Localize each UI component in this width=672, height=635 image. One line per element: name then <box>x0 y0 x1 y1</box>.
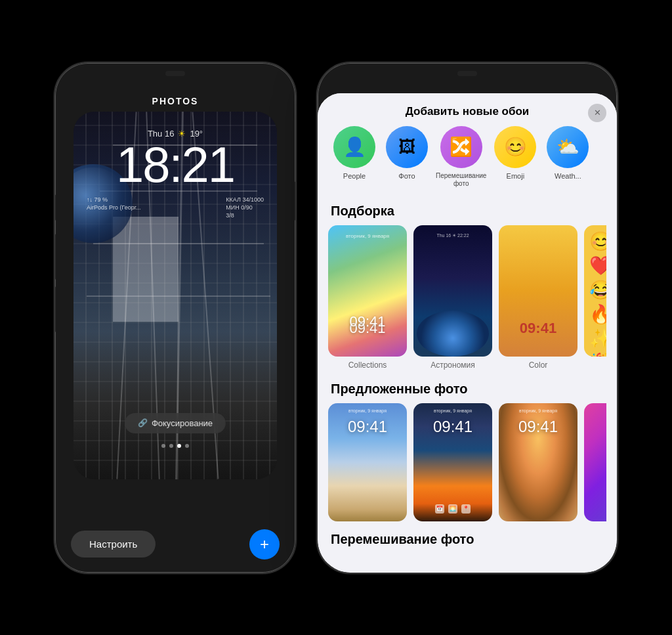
sug-card-4-wrapper[interactable] <box>584 403 606 521</box>
volume-up-button <box>54 234 56 280</box>
wallpaper-type-people[interactable]: 👤 People <box>331 126 378 188</box>
section-header-suggested: Предложенные фото <box>331 382 606 397</box>
phones-container: PHOTOS <box>0 0 672 635</box>
photo-icon-circle: 🖼 <box>386 126 428 168</box>
collections-time: 09:41 <box>349 320 385 337</box>
dot-4 <box>185 444 189 448</box>
widget-activity-right: ККАЛ 34/1000 МИН 0/90 3/8 <box>226 196 264 219</box>
photo-label: Фото <box>398 172 415 181</box>
card-emoji: 😊❤️😂🔥✨🎉😍🌟 <box>584 225 606 357</box>
sug-card-3-wrapper[interactable]: вторник, 9 января 09:41 <box>499 403 578 521</box>
shuffle-icon: 🔀 <box>450 136 472 158</box>
widget-count: 3/8 <box>226 212 264 219</box>
lockscreen-content: Thu 16 ☀ 19° 18:21 ↑↓ 79 % AirPods Pro (… <box>74 112 277 479</box>
card-collections-wrapper[interactable]: вторник, 9 января 09:41 Collections <box>328 225 407 371</box>
people-icon: 👤 <box>343 136 366 158</box>
widget-min: МИН 0/90 <box>226 204 264 211</box>
people-icon-circle: 👤 <box>333 126 375 168</box>
modal-header: Добавить новые обои ✕ <box>318 93 617 126</box>
wallpaper-type-shuffle[interactable]: 🔀 Перемешиваниефото <box>436 126 486 188</box>
sug2-icons: 📅 🌅 📍 <box>435 504 471 514</box>
mute-button <box>54 194 56 221</box>
sug-card-3: вторник, 9 января 09:41 <box>499 403 578 521</box>
sug-card-1: вторник, 9 января 09:41 <box>328 403 407 521</box>
sug-card-4 <box>584 403 606 521</box>
modal-sheet: Добавить новые обои ✕ 👤 People <box>318 93 617 573</box>
page-dots <box>161 444 189 448</box>
power-button <box>295 181 297 221</box>
shuffle-label: Перемешиваниефото <box>436 172 486 188</box>
photo-icon: 🖼 <box>398 137 415 157</box>
weather-label: Weath... <box>555 172 581 181</box>
modal-body[interactable]: 👤 People 🖼 Фото 🔀 <box>318 126 617 573</box>
focus-label: Фокусирование <box>152 418 213 428</box>
astro-date: Thu 16 ☀ 22:22 <box>436 233 469 238</box>
customize-button[interactable]: Настроить <box>71 531 156 558</box>
widget-calories: ↑↓ 79 % <box>87 196 141 203</box>
weather-icon-circle: ⛅ <box>547 126 589 168</box>
phone-notch-left <box>165 71 185 76</box>
photos-title: PHOTOS <box>152 96 199 106</box>
wallpaper-type-photo[interactable]: 🖼 Фото <box>383 126 430 188</box>
emoji-icon-circle: 😊 <box>494 126 536 168</box>
sug2-time: 09:41 <box>433 418 472 436</box>
collections-date: вторник, 9 января <box>346 233 389 239</box>
wallpaper-type-emoji[interactable]: 😊 Emoji <box>492 126 539 188</box>
phone-notch-right <box>457 71 477 76</box>
widget-kcal: ККАЛ 34/1000 <box>226 196 264 203</box>
lockscreen-widgets: ↑↓ 79 % AirPods Pro (Георг... ККАЛ 34/10… <box>84 196 266 219</box>
sug3-time: 09:41 <box>518 418 558 436</box>
link-icon: 🔗 <box>138 418 148 427</box>
phone-right: Добавить новые обои ✕ 👤 People <box>316 62 618 574</box>
lockscreen-time: 18:21 <box>84 140 266 190</box>
lockscreen-bg: Thu 16 ☀ 19° 18:21 ↑↓ 79 % AirPods Pro (… <box>74 112 277 479</box>
suggested-cards-row: вторник, 9 января 09:41 вторник, 9 январ… <box>328 403 606 524</box>
card-color: 09:41 <box>499 225 578 357</box>
sug-card-2-wrapper[interactable]: вторник, 9 января 09:41 📅 🌅 📍 <box>413 403 492 521</box>
card-emoji-wrapper[interactable]: 😊❤️😂🔥✨🎉😍🌟 <box>584 225 606 371</box>
focus-button[interactable]: 🔗 Фокусирование <box>125 413 226 433</box>
volume-down-button <box>54 286 56 332</box>
card-collections: вторник, 9 января 09:41 <box>328 225 407 357</box>
widget-activity-left: ↑↓ 79 % AirPods Pro (Георг... <box>87 196 141 219</box>
phone-bottom-bar: Настроить + <box>55 521 295 573</box>
card-astro-wrapper[interactable]: Thu 16 ☀ 22:22 09:41 Астрономия <box>413 225 492 371</box>
sug1-date: вторник, 9 января <box>348 408 387 413</box>
modal-title: Добавить новые обои <box>406 105 530 118</box>
people-label: People <box>343 172 366 181</box>
weather-icon: ⛅ <box>556 136 579 158</box>
card-color-wrapper[interactable]: 09:41 Color <box>499 225 578 371</box>
card-astro: Thu 16 ☀ 22:22 09:41 <box>413 225 492 357</box>
dot-2 <box>169 444 173 448</box>
astro-earth <box>417 311 489 357</box>
astro-label: Астрономия <box>430 361 475 371</box>
close-icon: ✕ <box>594 108 601 118</box>
sug1-time: 09:41 <box>348 418 387 436</box>
dot-1 <box>161 444 165 448</box>
modal-close-button[interactable]: ✕ <box>588 104 606 122</box>
phone-left: PHOTOS <box>54 62 297 574</box>
emoji-label: Emoji <box>507 172 525 181</box>
color-label: Color <box>529 361 548 371</box>
sug2-icon2: 🌅 <box>448 504 457 514</box>
sug-card-1-wrapper[interactable]: вторник, 9 января 09:41 <box>328 403 407 521</box>
sug2-icon1: 📅 <box>435 504 444 514</box>
widget-airpods: AirPods Pro (Георг... <box>87 204 141 211</box>
sug3-date: вторник, 9 января <box>519 408 557 413</box>
add-wallpaper-button[interactable]: + <box>249 529 280 559</box>
collections-label: Collections <box>348 361 387 371</box>
sug-card-2: вторник, 9 января 09:41 📅 🌅 📍 <box>413 403 492 521</box>
emoji-icon: 😊 <box>504 136 527 158</box>
collection-cards-row: вторник, 9 января 09:41 Collections Thu … <box>328 225 606 374</box>
wallpaper-type-weather[interactable]: ⛅ Weath... <box>544 126 591 188</box>
dot-3 <box>177 444 181 448</box>
wallpaper-type-row: 👤 People 🖼 Фото 🔀 <box>328 126 606 196</box>
sug-photo-4 <box>584 403 606 521</box>
lockscreen-screen: Thu 16 ☀ 19° 18:21 ↑↓ 79 % AirPods Pro (… <box>74 112 277 479</box>
shuffle-icon-circle: 🔀 <box>440 126 482 168</box>
plus-icon: + <box>260 535 269 554</box>
sug2-icon3: 📍 <box>461 504 471 514</box>
section-header-shuffle: Перемешивание фото <box>331 532 606 547</box>
sug2-date: вторник, 9 января <box>434 408 472 413</box>
section-header-collection: Подборка <box>331 204 606 219</box>
